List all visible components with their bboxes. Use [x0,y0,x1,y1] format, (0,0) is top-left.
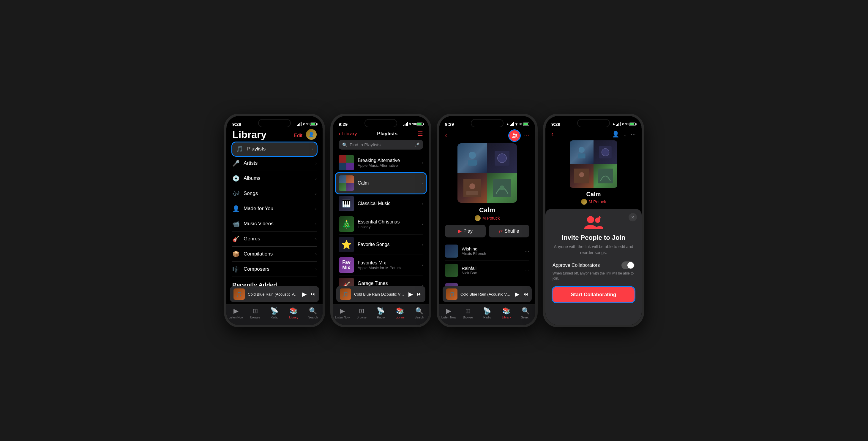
albums-icon: 💿 [232,175,240,182]
tab-search-2[interactable]: 🔍 Search [411,307,428,319]
playlist-name-classical: Classical Music [358,201,418,206]
mini-player-1[interactable]: 🎵 Cold Blue Rain (Acoustic Ve... ▶ ⏭ [230,286,319,302]
library-header: Library Edit 👤 [232,129,317,140]
made-for-you-icon: 👤 [232,205,240,212]
tab-listen-now-2[interactable]: ▶ Listen Now [334,307,350,319]
tab-listen-now-1[interactable]: ▶ Listen Now [228,307,244,319]
tab-library-3[interactable]: 📚 Library [498,307,515,319]
back-button-2[interactable]: ‹ Library [339,131,357,137]
playlist-thumb-classical: 🎹 [339,196,354,211]
status-time-1: 9:28 [232,122,241,127]
tab-browse-2[interactable]: ⊞ Browse [353,307,370,319]
library-item-made-for-you[interactable]: 👤 Made for You › [232,201,317,216]
library-item-genres[interactable]: 🎸 Genres › [232,232,317,247]
search-bar-2[interactable]: 🔍 Find in Playlists 🎤 [339,140,423,149]
back-button-3[interactable]: ‹ [445,132,447,139]
tab-radio-icon-1: 📡 [270,307,278,315]
mini-player-2[interactable]: 🎵 Cold Blue Rain (Acoustic Ve... ▶ ⏭ [336,286,425,302]
tab-browse-1[interactable]: ⊞ Browse [247,307,264,319]
start-collaborating-button[interactable]: Start Collaborating [553,287,634,302]
p1-content: Library Edit 👤 🎵 Playlists › [226,129,322,286]
list-item[interactable]: Calm › [336,173,426,194]
mini-controls-1: ▶ ⏭ [302,291,315,298]
track-name-rainfall: Rainfall [462,266,521,271]
play-pause-icon-1[interactable]: ▶ [302,291,307,298]
list-item[interactable]: 🎹 Classical Music › [339,194,423,214]
list-item[interactable]: FavMix Favorites Mix Apple Music for M P… [339,255,423,275]
skip-forward-icon-3[interactable]: ⏭ [523,292,528,297]
back-button-4[interactable]: ‹ [551,130,553,138]
tab-search-3[interactable]: 🔍 Search [518,307,534,319]
library-item-songs[interactable]: 🎶 Songs › [232,186,317,201]
tab-listen-now-icon-1: ▶ [234,307,239,315]
playlist-chevron-favorites: › [422,242,423,247]
person-add-icon-4[interactable]: 👤 [612,131,619,138]
tab-library-1[interactable]: 📚 Library [285,307,302,319]
play-button-3[interactable]: ▶ Play [445,225,486,237]
modal-close-button[interactable]: ✕ [628,213,637,222]
skip-forward-icon-1[interactable]: ⏭ [311,292,315,297]
mini-player-3[interactable]: 🎵 Cold Blue Rain (Acoustic Ve... ▶ ⏭ [443,286,532,302]
library-item-compilations[interactable]: 📦 Compilations › [232,247,317,262]
playlist-chevron-breaking: › [422,160,423,165]
track-item[interactable]: Seed Of Happiness Piano Fruits Music & L… [445,280,529,286]
skip-forward-icon-2[interactable]: ⏭ [417,292,422,297]
tab-radio-3[interactable]: 📡 Radio [479,307,495,319]
svg-point-18 [579,172,584,177]
tab-browse-3[interactable]: ⊞ Browse [460,307,476,319]
tab-search-label-1: Search [308,316,318,319]
tab-radio-label-3: Radio [483,316,491,319]
playlist-name-garage: Garage Tunes [358,281,418,286]
list-item[interactable]: 🎄 Essential Christmas Holiday › [339,214,423,234]
author-name-3: M Potuck [483,216,500,220]
tab-search-1[interactable]: 🔍 Search [305,307,321,319]
track-more-rainfall[interactable]: ··· [524,267,529,274]
tab-radio-icon-3: 📡 [483,307,491,315]
tab-search-icon-2: 🔍 [415,307,423,315]
library-item-albums[interactable]: 💿 Albums › [232,171,317,186]
list-item[interactable]: ⭐ Favorite Songs › [339,234,423,255]
library-item-music-videos[interactable]: 📹 Music Videos › [232,216,317,232]
download-icon-4[interactable]: ↓ [623,131,626,138]
genres-label: Genres [244,236,260,242]
shuffle-button-3[interactable]: ⇄ Shuffle [489,225,529,237]
approve-toggle[interactable] [621,262,634,269]
tab-radio-icon-2: 📡 [377,307,385,315]
tab-radio-2[interactable]: 📡 Radio [373,307,389,319]
composers-chevron: › [315,267,317,272]
library-item-composers[interactable]: 🎼 Composers › [232,262,317,277]
track-item[interactable]: Rainfall Nick Box ··· [445,261,529,280]
track-thumb-wishing [445,244,458,258]
menu-icon-2[interactable]: ☰ [418,130,423,137]
mic-icon-2[interactable]: 🎤 [414,142,420,147]
svg-point-20 [587,216,594,223]
list-item[interactable]: 🎸 Garage Tunes M Potuck › [339,275,423,286]
list-item[interactable]: Breaking Alternative Apple Music Alterna… [339,152,423,173]
library-item-artists[interactable]: 🎤 Artists › [232,156,317,171]
composers-label: Composers [244,266,270,272]
playlist-chevron-favorites-mix: › [422,263,423,267]
tab-library-2[interactable]: 📚 Library [392,307,408,319]
p2-header: ‹ Library Playlists ☰ [333,129,429,140]
compilations-icon: 📦 [232,250,240,258]
user-avatar-1[interactable]: 👤 [306,129,317,140]
invite-desc: Anyone with the link will be able to edi… [553,244,634,256]
collaborate-button[interactable] [509,130,520,141]
author-avatar-4 [581,199,587,205]
mini-info-3: Cold Blue Rain (Acoustic Ve... [460,292,512,297]
edit-button[interactable]: Edit [294,130,302,139]
library-item-playlists[interactable]: 🎵 Playlists › [232,142,317,156]
tab-radio-1[interactable]: 📡 Radio [266,307,282,319]
more-options-button-4[interactable]: ··· [631,131,636,138]
more-options-button-3[interactable]: ··· [524,132,529,139]
playlist-sub-favorites-mix: Apple Music for M Potuck [358,266,418,270]
albums-chevron: › [315,176,317,181]
tab-listen-now-3[interactable]: ▶ Listen Now [440,307,457,319]
status-time-2: 9:29 [339,122,347,127]
phone-3: 9:29 ▸ ▾ 90 ‹ [437,114,538,327]
play-pause-icon-3[interactable]: ▶ [515,291,519,298]
track-item[interactable]: Wishing Alexis Ffrench ··· [445,242,529,261]
play-pause-icon-2[interactable]: ▶ [408,291,413,298]
track-more-wishing[interactable]: ··· [524,248,529,255]
mini-controls-3: ▶ ⏭ [515,291,528,298]
